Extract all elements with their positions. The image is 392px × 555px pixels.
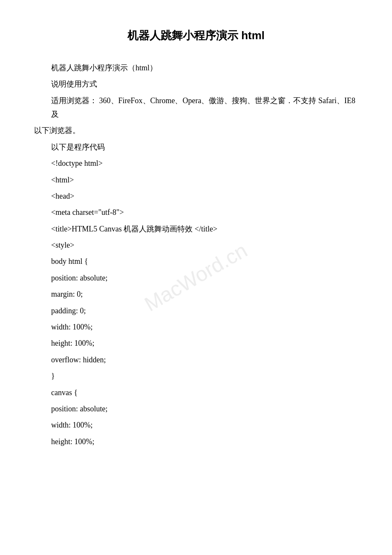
code-line-4: <meta charset="utf-8">: [51, 205, 358, 219]
code-text-7: body html {: [51, 257, 88, 266]
code-text-11: width: 100%;: [51, 323, 93, 331]
code-line-11: width: 100%;: [51, 320, 358, 334]
code-text-18: height: 100%;: [51, 437, 95, 446]
code-text-4: <meta charset="utf-8">: [51, 208, 124, 217]
code-text-3: <head>: [51, 192, 74, 200]
code-line-8: position: absolute;: [51, 271, 358, 285]
code-text-13: overflow: hidden;: [51, 356, 106, 364]
subtitle-text: 机器人跳舞小程序演示（html）: [51, 64, 157, 72]
browser-support-line: 适用浏览器： 360、FireFox、Chrome、Opera、傲游、搜狗、世界…: [51, 94, 358, 121]
content-area: 机器人跳舞小程序演示（html） 说明使用方式 适用浏览器： 360、FireF…: [34, 61, 358, 448]
page-title: 机器人跳舞小程序演示 html: [34, 26, 358, 46]
browser-below-text: 以下浏览器。: [34, 126, 80, 135]
code-text-17: width: 100%;: [51, 421, 93, 429]
code-line-10: padding: 0;: [51, 304, 358, 318]
code-line-7: body html {: [51, 254, 358, 268]
code-text-16: position: absolute;: [51, 405, 108, 413]
code-line-17: width: 100%;: [51, 418, 358, 432]
code-text-10: padding: 0;: [51, 306, 86, 315]
usage-label-line: 说明使用方式: [51, 77, 358, 91]
code-line-2: <html>: [51, 173, 358, 187]
code-line-6: <style>: [51, 238, 358, 252]
subtitle-line: 机器人跳舞小程序演示（html）: [51, 61, 358, 75]
code-line-18: height: 100%;: [51, 435, 358, 448]
code-text-12: height: 100%;: [51, 339, 95, 347]
code-text-6: <style>: [51, 241, 74, 249]
code-line-13: overflow: hidden;: [51, 353, 358, 367]
code-label-line: 以下是程序代码: [51, 140, 358, 154]
code-line-14: }: [51, 369, 358, 383]
code-text-1: <!doctype html>: [51, 159, 103, 168]
browser-below-line: 以下浏览器。: [34, 124, 358, 137]
code-text-9: margin: 0;: [51, 290, 83, 298]
browser-support-text: 适用浏览器： 360、FireFox、Chrome、Opera、傲游、搜狗、世界…: [51, 96, 355, 119]
code-line-12: height: 100%;: [51, 336, 358, 350]
code-text-8: position: absolute;: [51, 274, 108, 282]
code-line-9: margin: 0;: [51, 287, 358, 301]
code-line-16: position: absolute;: [51, 402, 358, 416]
code-label-text: 以下是程序代码: [51, 143, 105, 151]
code-text-5: <title>HTML5 Canvas 机器人跳舞动画特效 </title>: [51, 225, 217, 233]
code-text-14: }: [51, 372, 55, 380]
code-text-2: <html>: [51, 176, 74, 184]
code-line-15: canvas {: [51, 386, 358, 399]
code-line-5: <title>HTML5 Canvas 机器人跳舞动画特效 </title>: [51, 222, 358, 236]
usage-label-text: 说明使用方式: [51, 80, 97, 88]
code-line-1: <!doctype html>: [51, 156, 358, 170]
code-text-15: canvas {: [51, 388, 78, 397]
code-line-3: <head>: [51, 189, 358, 203]
